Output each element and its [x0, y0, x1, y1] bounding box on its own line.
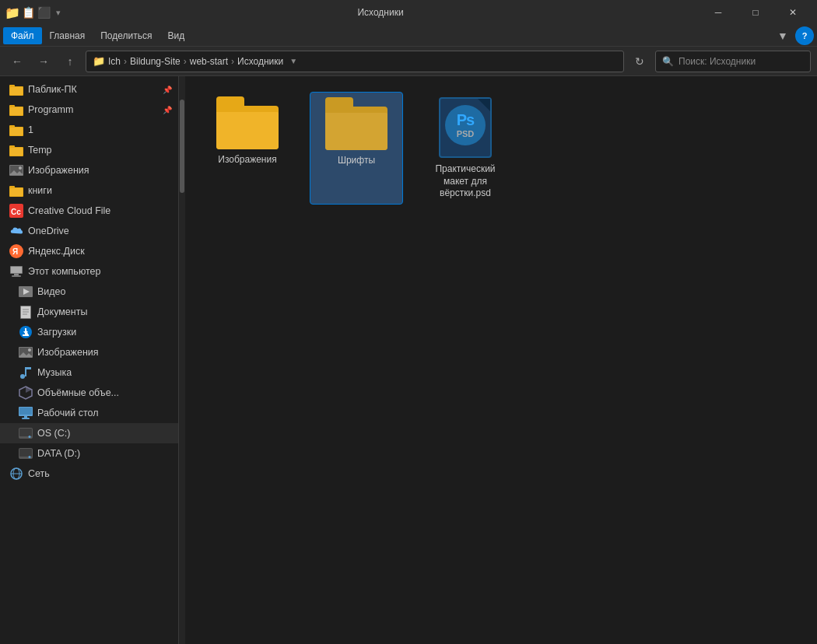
psd-circle-bg: Ps PSD	[445, 105, 486, 145]
svg-rect-49	[19, 408, 32, 415]
sidebar-label-network: Сеть	[28, 468, 50, 479]
svg-rect-50	[24, 416, 27, 418]
sidebar-label-downloads: Загрузки	[37, 327, 76, 338]
sidebar-item-programm[interactable]: Programm 📌	[0, 100, 178, 120]
sidebar-label-music: Музыка	[37, 367, 72, 378]
menu-share[interactable]: Поделиться	[93, 27, 160, 44]
sidebar-item-network[interactable]: Сеть	[0, 464, 178, 484]
sidebar-label-3d: Объёмные объе...	[37, 387, 119, 398]
breadcrumb-webstart: web-start	[190, 56, 228, 67]
svg-text:Cc: Cc	[11, 208, 21, 216]
sidebar-item-os-c[interactable]: OS (C:)	[0, 423, 178, 443]
menu-chevron-icon[interactable]: ▼	[773, 26, 792, 45]
menu-view[interactable]: Вид	[160, 27, 192, 44]
search-placeholder: Поиск: Исходники	[678, 56, 756, 67]
file-name-fonts: Шрифты	[338, 155, 375, 167]
title-icon-square: ⬛	[37, 6, 50, 19]
address-bar[interactable]: 📁 Ich › Bildung-Site › web-start › Исход…	[86, 51, 624, 72]
search-box[interactable]: 🔍 Поиск: Исходники	[655, 51, 811, 72]
folder-icon	[9, 82, 23, 96]
sidebar-item-temp[interactable]: Temp	[0, 140, 178, 160]
sidebar-label-yandex: Яндекс.Диск	[28, 246, 85, 257]
main-layout: Паблик-ПК 📌 Programm 📌 1 T	[0, 76, 817, 644]
window-controls: ─ □ ✕	[700, 0, 811, 25]
video-icon	[19, 285, 33, 299]
svg-rect-38	[25, 328, 26, 335]
documents-icon	[19, 305, 33, 319]
forward-button[interactable]: →	[33, 51, 54, 72]
sidebar-item-yandex[interactable]: Я Яндекс.Диск	[0, 241, 178, 261]
sidebar-label-1: 1	[28, 124, 33, 135]
title-icon-clipboard: 📋	[22, 6, 34, 19]
up-button[interactable]: ↑	[59, 51, 81, 72]
sidebar-item-3d[interactable]: Объёмные объе...	[0, 383, 178, 403]
file-item-images[interactable]: Изображения	[201, 92, 294, 205]
sidebar-label-desktop: Рабочий стол	[37, 408, 98, 418]
title-bar: 📁 📋 ⬛ ▾ Исходники ─ □ ✕	[0, 0, 817, 25]
sidebar-item-data-d[interactable]: DATA (D:)	[0, 443, 178, 464]
folder-icon	[9, 184, 23, 198]
sidebar-label-public-pc: Паблик-ПК	[28, 84, 77, 95]
files-grid: Изображения Шрифты Ps P	[201, 92, 801, 205]
sidebar-item-images-pc[interactable]: Изображения	[0, 342, 178, 362]
sidebar-scrollbar[interactable]	[179, 76, 185, 644]
svg-point-43	[20, 374, 25, 379]
sidebar-label-video: Видео	[37, 286, 66, 297]
sidebar-label-documents: Документы	[37, 306, 87, 317]
folder-icon-images	[216, 96, 279, 149]
sidebar-label-onedrive: OneDrive	[28, 226, 69, 236]
pin-icon: 📌	[163, 106, 172, 114]
psd-ext-label: PSD	[457, 129, 475, 138]
sidebar-item-downloads[interactable]: Загрузки	[0, 322, 178, 342]
file-name-psd: Практический макет для вёрстки.psd	[423, 163, 507, 200]
svg-text:Я: Я	[12, 247, 18, 256]
sidebar-item-images[interactable]: Изображения	[0, 160, 178, 180]
svg-point-15	[19, 166, 22, 170]
maximize-button[interactable]: □	[738, 0, 773, 25]
cloud-icon	[9, 224, 23, 238]
svg-rect-11	[10, 148, 23, 156]
file-item-psd[interactable]: Ps PSD Практический макет для вёрстки.ps…	[419, 92, 512, 205]
breadcrumb-bildung: Bildung-Site	[130, 56, 181, 67]
menu-bar: Файл Главная Поделиться Вид ▼ ?	[0, 25, 817, 47]
menu-file[interactable]: Файл	[3, 27, 42, 44]
sidebar-label-temp: Temp	[28, 145, 52, 156]
breadcrumb-ishodniki: Исходники	[237, 56, 283, 67]
folder-icon	[9, 123, 23, 137]
sidebar-item-books[interactable]: книги	[0, 180, 178, 201]
sidebar-item-desktop[interactable]: Рабочий стол	[0, 403, 178, 423]
sidebar-item-creative-cloud[interactable]: Cc Creative Cloud File	[0, 201, 178, 221]
3d-icon	[19, 386, 33, 400]
sidebar-item-this-pc[interactable]: Этот компьютер	[0, 261, 178, 282]
toolbar: ← → ↑ 📁 Ich › Bildung-Site › web-start ›…	[0, 47, 817, 76]
folder-icon-fonts	[325, 97, 387, 150]
sidebar-container: Паблик-ПК 📌 Programm 📌 1 T	[0, 76, 185, 644]
menu-home[interactable]: Главная	[42, 27, 93, 44]
svg-rect-26	[12, 275, 21, 277]
svg-rect-18	[10, 188, 23, 196]
refresh-button[interactable]: ↻	[629, 51, 650, 72]
sidebar-item-1[interactable]: 1	[0, 120, 178, 140]
sidebar-item-documents[interactable]: Документы	[0, 302, 178, 322]
file-item-fonts[interactable]: Шрифты	[310, 92, 403, 205]
drive-icon-2	[19, 446, 33, 460]
folder-front	[216, 112, 279, 149]
address-chevron-icon[interactable]: ▼	[289, 57, 297, 65]
sidebar-label-os-c: OS (C:)	[37, 428, 70, 439]
menu-help-icon[interactable]: ?	[795, 26, 814, 45]
close-button[interactable]: ✕	[775, 0, 811, 25]
svg-rect-45	[25, 367, 31, 369]
sidebar-item-video[interactable]: Видео	[0, 282, 178, 302]
sidebar-item-music[interactable]: Музыка	[0, 362, 178, 383]
pc-icon	[9, 264, 23, 278]
sidebar-label-cc: Creative Cloud File	[28, 205, 110, 216]
sidebar-item-onedrive[interactable]: OneDrive	[0, 221, 178, 241]
cc-icon: Cc	[9, 204, 23, 218]
content-area: Изображения Шрифты Ps P	[185, 76, 817, 644]
back-button[interactable]: ←	[6, 51, 28, 72]
sidebar-scrollbar-thumb[interactable]	[180, 100, 184, 193]
psd-file-bg: Ps PSD	[439, 97, 492, 158]
minimize-button[interactable]: ─	[700, 0, 736, 25]
yandex-icon: Я	[9, 244, 23, 258]
sidebar-item-public-pc[interactable]: Паблик-ПК 📌	[0, 79, 178, 100]
